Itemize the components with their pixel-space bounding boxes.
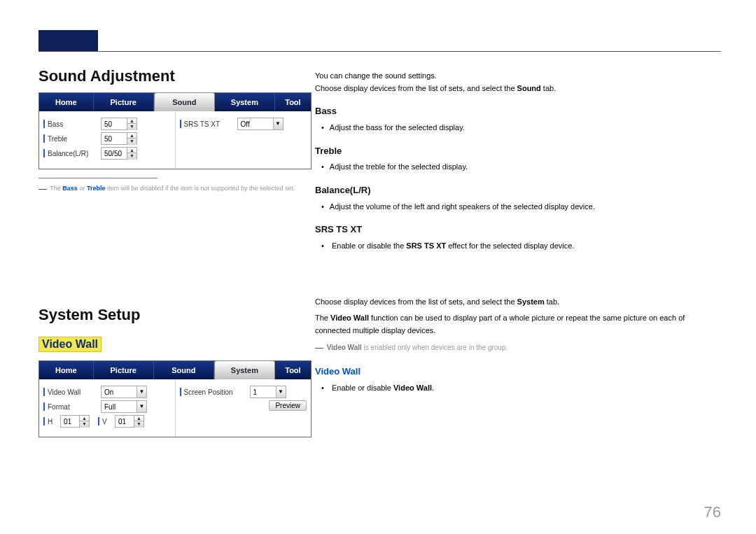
sound-note: ― The Bass or Treble item will be disabl… [38, 184, 312, 194]
bass-spinner[interactable]: 50 ▲▼ [101, 118, 137, 130]
note-divider [38, 178, 158, 178]
system-panel-body: Video Wall On ▼ Format Full ▼ [39, 379, 311, 437]
tab-tool[interactable]: Tool [275, 93, 311, 111]
tab-home-2[interactable]: Home [39, 361, 94, 379]
balance-spin-buttons[interactable]: ▲▼ [127, 148, 136, 160]
screenpos-value: 1 [251, 388, 276, 396]
format-value: Full [102, 403, 136, 411]
format-label: Format [43, 402, 98, 411]
screenpos-label: Screen Position [180, 388, 247, 396]
treble-spinner[interactable]: 50 ▲▼ [101, 132, 137, 145]
sound-intro-1: You can change the sound settings. [315, 70, 721, 83]
format-dropdown[interactable]: Full ▼ [101, 400, 147, 413]
bass-label: Bass [43, 120, 98, 128]
chevron-down-icon[interactable]: ▼ [273, 118, 283, 129]
v-value: 01 [115, 418, 134, 426]
right-column: You can change the sound settings. Choos… [315, 70, 721, 394]
sound-panel-body: Bass 50 ▲▼ Treble 50 ▲▼ Balance(L/R) [39, 111, 311, 169]
sound-ui-panel: Home Picture Sound System Tool Bass 50 ▲… [38, 92, 312, 169]
chevron-down-icon[interactable]: ▼ [276, 386, 286, 398]
left-column: Sound Adjustment Home Picture Sound Syst… [38, 67, 312, 437]
screenpos-dropdown[interactable]: 1 ▼ [250, 386, 286, 398]
header-divider [38, 51, 721, 52]
sound-tab-row: Home Picture Sound System Tool [39, 93, 311, 111]
preview-button[interactable]: Preview [269, 400, 307, 411]
page-number: 76 [704, 503, 721, 521]
v-label: V [98, 417, 112, 426]
system-ui-panel: Home Picture Sound System Tool Video Wal… [38, 360, 312, 437]
videowall-heading: Video Wall [315, 365, 721, 379]
tab-system[interactable]: System [215, 93, 275, 111]
balance-desc: Adjust the volume of the left and right … [330, 201, 721, 213]
videowall-dropdown[interactable]: On ▼ [101, 386, 147, 398]
srs-value: Off [238, 120, 273, 128]
video-wall-highlight: Video Wall [38, 337, 102, 352]
treble-heading: Treble [315, 144, 721, 159]
treble-spin-buttons[interactable]: ▲▼ [127, 133, 136, 145]
videowall-label: Video Wall [43, 388, 98, 396]
sound-intro-2: Choose display devices from the list of … [315, 83, 721, 95]
treble-value: 50 [102, 135, 127, 143]
tab-tool-2[interactable]: Tool [275, 361, 311, 379]
bass-desc: Adjust the bass for the selected display… [330, 122, 721, 134]
bass-spin-buttons[interactable]: ▲▼ [127, 118, 136, 130]
system-intro: Choose display devices from the list of … [315, 296, 721, 309]
srs-desc: Enable or disable the SRS TS XT effect f… [330, 240, 721, 253]
h-spinner[interactable]: 01 ▲▼ [60, 415, 90, 428]
treble-label: Treble [43, 134, 98, 143]
srs-label: SRS TS XT [180, 120, 234, 128]
treble-desc: Adjust the treble for the selected displ… [330, 161, 721, 174]
videowall-desc: Enable or disable Video Wall. [330, 382, 721, 395]
balance-heading: Balance(L/R) [315, 183, 721, 198]
vw-note: ― Video Wall is enabled only when device… [315, 342, 721, 355]
srs-dropdown[interactable]: Off ▼ [237, 118, 284, 130]
chevron-down-icon[interactable]: ▼ [136, 386, 146, 398]
v-spin-buttons[interactable]: ▲▼ [134, 416, 144, 428]
tab-picture-2[interactable]: Picture [94, 361, 154, 379]
header-accent-bar [38, 30, 98, 51]
srs-heading: SRS TS XT [315, 223, 721, 237]
tab-home[interactable]: Home [39, 93, 94, 111]
balance-spinner[interactable]: 50/50 ▲▼ [101, 147, 137, 160]
bass-heading: Bass [315, 104, 721, 119]
h-value: 01 [61, 418, 79, 426]
system-setup-block: System Setup Video Wall Home Picture Sou… [38, 306, 312, 437]
videowall-value: On [102, 388, 136, 396]
bass-value: 50 [102, 120, 127, 128]
system-desc: The Video Wall function can be used to d… [315, 312, 721, 337]
balance-label: Balance(L/R) [43, 149, 98, 157]
sound-adjustment-title: Sound Adjustment [38, 67, 312, 85]
system-text-block: Choose display devices from the list of … [315, 296, 721, 394]
balance-value: 50/50 [102, 150, 127, 157]
h-label: H [43, 417, 57, 426]
tab-system-2[interactable]: System [214, 360, 275, 379]
chevron-down-icon[interactable]: ▼ [136, 401, 146, 412]
v-spinner[interactable]: 01 ▲▼ [115, 415, 144, 428]
tab-sound-2[interactable]: Sound [154, 361, 214, 379]
tab-picture[interactable]: Picture [94, 93, 154, 111]
h-spin-buttons[interactable]: ▲▼ [79, 416, 89, 428]
tab-sound[interactable]: Sound [154, 92, 215, 111]
system-setup-title: System Setup [38, 306, 312, 324]
system-tab-row: Home Picture Sound System Tool [39, 361, 311, 379]
